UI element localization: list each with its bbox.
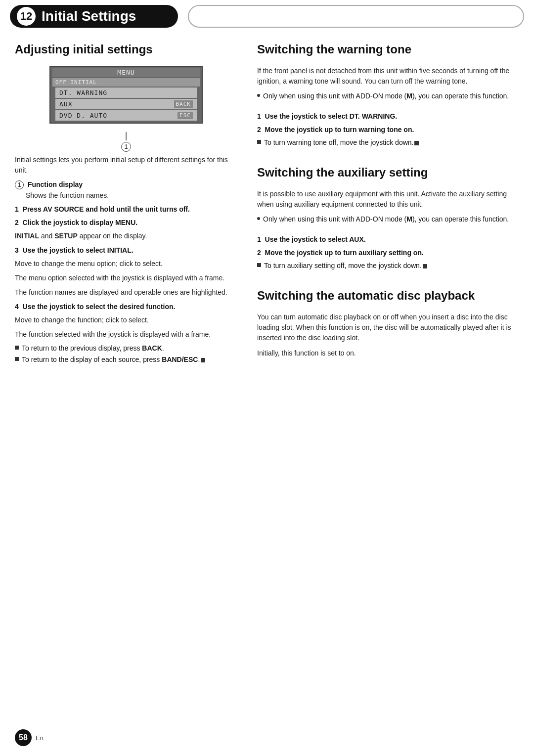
display-item-aux: AUX BACK bbox=[55, 99, 197, 109]
back-btn: BACK bbox=[174, 100, 193, 108]
warning-step-2: 2 Move the joystick up to turn warning t… bbox=[257, 125, 519, 135]
bullet-sq-icon-3 bbox=[257, 140, 261, 144]
warning-tone-bullet-text: Only when using this unit with ADD-ON mo… bbox=[263, 91, 509, 101]
bullet-sq-icon-2 bbox=[15, 357, 19, 361]
step-2-bold: Click the joystick to display MENU. bbox=[23, 219, 138, 226]
bullet-band-text: To return to the display of each source,… bbox=[22, 355, 205, 365]
step-1: 1 Press AV SOURCE and hold until the uni… bbox=[15, 204, 237, 215]
step-2-num: 2 bbox=[15, 219, 19, 226]
function-display-label: 1 Function display bbox=[15, 180, 237, 189]
aux-bullet-text: Only when using this unit with ADD-ON mo… bbox=[263, 215, 509, 224]
step-1-bold: Press AV SOURCE and hold until the unit … bbox=[23, 205, 190, 213]
display-connector: |1 bbox=[15, 131, 237, 152]
step-4-body1: Move to change the function; click to se… bbox=[15, 315, 237, 325]
step-3-body1: Move to change the menu option; click to… bbox=[15, 259, 237, 269]
bullet-band: To return to the display of each source,… bbox=[15, 355, 237, 365]
circle-icon: 1 bbox=[15, 180, 24, 189]
display-mockup: MENU OFF INITIAL DT. WARNING AUX BACK DV… bbox=[49, 66, 203, 124]
section-number: 12 bbox=[17, 7, 36, 26]
step-4: 4 Use the joystick to select the desired… bbox=[15, 302, 237, 312]
warning-step-1: 1 Use the joystick to select DT. WARNING… bbox=[257, 111, 519, 122]
disc-playback-section: Switching the automatic disc playback Yo… bbox=[257, 289, 519, 358]
step-1-num: 1 bbox=[15, 205, 19, 213]
esc-btn: ESC bbox=[178, 112, 193, 119]
bullet-dot-icon bbox=[257, 94, 260, 97]
right-column: Switching the warning tone If the front … bbox=[252, 43, 519, 376]
step-2-body: INITIAL and SETUP appear on the display. bbox=[15, 231, 237, 241]
step-4-num: 4 bbox=[15, 303, 19, 311]
step-3: 3 Use the joystick to select INITIAL. bbox=[15, 245, 237, 256]
bullet-back: To return to the previous display, press… bbox=[15, 344, 237, 354]
dvd-label: DVD D. AUTO bbox=[59, 112, 107, 119]
aux-step-2-body: To turn auxiliary setting off, move the … bbox=[264, 261, 427, 271]
warning-step-2-bold: Move the joystick up to turn warning ton… bbox=[265, 126, 414, 133]
warning-step-2-bullet: To turn warning tone off, move the joyst… bbox=[257, 138, 519, 148]
step-3-body2: The menu option selected with the joysti… bbox=[15, 273, 237, 283]
bullet-back-text: To return to the previous display, press… bbox=[22, 344, 164, 354]
bullet-sq-icon-4 bbox=[257, 263, 261, 267]
aux-setting-intro: It is possible to use auxiliary equipmen… bbox=[257, 189, 519, 210]
section-badge: 12 Initial Settings bbox=[10, 5, 178, 28]
display-item-dt-warning: DT. WARNING bbox=[55, 88, 197, 98]
warning-tone-section: Switching the warning tone If the front … bbox=[257, 43, 519, 148]
aux-step-2: 2 Move the joystick up to turn auxiliary… bbox=[257, 248, 519, 258]
warning-step-2-body: To turn warning tone off, move the joyst… bbox=[264, 138, 419, 148]
warning-tone-bullet: Only when using this unit with ADD-ON mo… bbox=[257, 91, 519, 101]
page-header: 12 Initial Settings bbox=[0, 0, 534, 28]
step-3-bold: Use the joystick to select INITIAL. bbox=[23, 246, 134, 254]
page-lang: En bbox=[36, 734, 44, 742]
function-display-desc: Shows the function names. bbox=[26, 191, 237, 199]
step-3-body3: The function names are displayed and ope… bbox=[15, 287, 237, 298]
aux-step-2-num: 2 bbox=[257, 249, 261, 257]
aux-label: AUX bbox=[59, 100, 72, 108]
bullet-sq-icon bbox=[15, 346, 19, 350]
aux-setting-section: Switching the auxiliary setting It is po… bbox=[257, 166, 519, 271]
aux-setting-heading: Switching the auxiliary setting bbox=[257, 166, 519, 180]
step-4-bold: Use the joystick to select the desired f… bbox=[23, 303, 176, 311]
header-oval bbox=[188, 5, 524, 28]
aux-step-2-bullet: To turn auxiliary setting off, move the … bbox=[257, 261, 519, 271]
aux-step-1-bold: Use the joystick to select AUX. bbox=[265, 235, 366, 243]
aux-step-2-bold: Move the joystick up to turn auxiliary s… bbox=[265, 249, 424, 257]
warning-step-2-num: 2 bbox=[257, 126, 261, 133]
adjusting-heading: Adjusting initial settings bbox=[15, 43, 237, 57]
disc-playback-heading: Switching the automatic disc playback bbox=[257, 289, 519, 303]
warning-step-1-num: 1 bbox=[257, 112, 261, 120]
display-row-menu: MENU bbox=[52, 68, 200, 77]
display-item-dvd: DVD D. AUTO ESC bbox=[55, 110, 197, 121]
warning-tone-intro: If the front panel is not detached from … bbox=[257, 66, 519, 87]
bullet-dot-icon-2 bbox=[257, 217, 260, 220]
page-number: 58 bbox=[15, 729, 32, 746]
warning-step-1-bold: Use the joystick to select DT. WARNING. bbox=[265, 112, 398, 120]
warning-tone-heading: Switching the warning tone bbox=[257, 43, 519, 57]
step-4-body2: The function selected with the joystick … bbox=[15, 329, 237, 340]
aux-step-1: 1 Use the joystick to select AUX. bbox=[257, 234, 519, 245]
disc-playback-note: Initially, this function is set to on. bbox=[257, 348, 519, 358]
aux-step-1-num: 1 bbox=[257, 235, 261, 243]
aux-bullet: Only when using this unit with ADD-ON mo… bbox=[257, 215, 519, 224]
display-row-initial: OFF INITIAL bbox=[52, 78, 200, 87]
intro-text: Initial settings lets you perform initia… bbox=[15, 155, 237, 176]
page-footer: 58 En bbox=[15, 729, 44, 746]
step-3-num: 3 bbox=[15, 246, 19, 254]
step-2: 2 Click the joystick to display MENU. bbox=[15, 218, 237, 228]
disc-playback-intro: You can turn automatic disc playback on … bbox=[257, 312, 519, 343]
function-display-title: Function display bbox=[28, 180, 83, 188]
main-content: Adjusting initial settings MENU OFF INIT… bbox=[0, 28, 534, 391]
left-column: Adjusting initial settings MENU OFF INIT… bbox=[15, 43, 252, 376]
section-title: Initial Settings bbox=[42, 8, 136, 24]
